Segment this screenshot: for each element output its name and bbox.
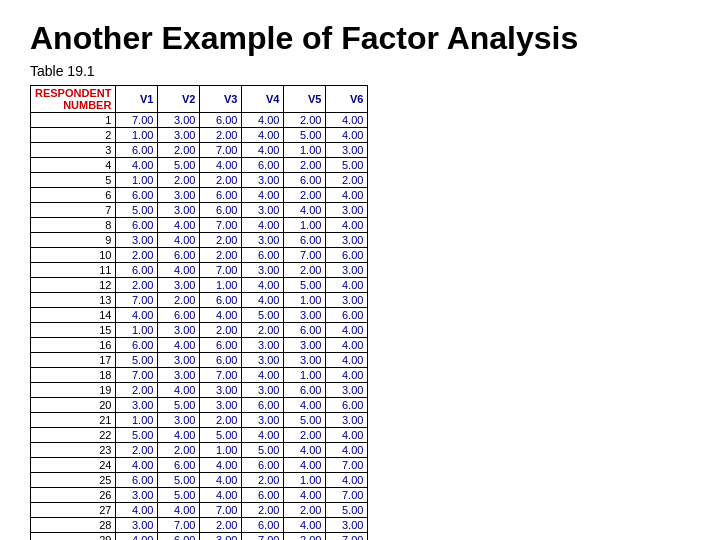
cell-respondent: 19: [31, 383, 116, 398]
table-row: 175.003.006.003.003.004.00: [31, 353, 368, 368]
cell-respondent: 15: [31, 323, 116, 338]
cell-v2: 3.00: [158, 323, 200, 338]
table-row: 256.005.004.002.001.004.00: [31, 473, 368, 488]
cell-v4: 3.00: [242, 233, 284, 248]
cell-v6: 4.00: [326, 113, 368, 128]
cell-v4: 7.00: [242, 533, 284, 541]
cell-respondent: 27: [31, 503, 116, 518]
cell-v2: 2.00: [158, 173, 200, 188]
table-row: 211.003.002.003.005.003.00: [31, 413, 368, 428]
cell-v5: 5.00: [284, 278, 326, 293]
cell-v2: 4.00: [158, 428, 200, 443]
cell-v5: 4.00: [284, 203, 326, 218]
cell-v6: 4.00: [326, 188, 368, 203]
cell-v2: 3.00: [158, 113, 200, 128]
cell-v3: 6.00: [200, 188, 242, 203]
cell-v5: 2.00: [284, 533, 326, 541]
cell-v2: 4.00: [158, 503, 200, 518]
cell-respondent: 6: [31, 188, 116, 203]
cell-v4: 4.00: [242, 143, 284, 158]
cell-v4: 4.00: [242, 428, 284, 443]
cell-respondent: 7: [31, 203, 116, 218]
cell-v5: 4.00: [284, 443, 326, 458]
cell-respondent: 9: [31, 233, 116, 248]
table-header-row: RESPONDENTNUMBER V1 V2 V3 V4 V5 V6: [31, 86, 368, 113]
cell-v3: 7.00: [200, 263, 242, 278]
cell-v4: 3.00: [242, 203, 284, 218]
cell-v4: 4.00: [242, 128, 284, 143]
cell-v2: 6.00: [158, 308, 200, 323]
table-row: 225.004.005.004.002.004.00: [31, 428, 368, 443]
cell-v5: 1.00: [284, 218, 326, 233]
cell-respondent: 11: [31, 263, 116, 278]
table-row: 66.003.006.004.002.004.00: [31, 188, 368, 203]
table-row: 44.005.004.006.002.005.00: [31, 158, 368, 173]
cell-v3: 3.00: [200, 533, 242, 541]
header-v1: V1: [116, 86, 158, 113]
cell-v2: 5.00: [158, 488, 200, 503]
cell-respondent: 26: [31, 488, 116, 503]
cell-respondent: 8: [31, 218, 116, 233]
cell-v3: 1.00: [200, 443, 242, 458]
cell-v6: 4.00: [326, 443, 368, 458]
cell-v6: 7.00: [326, 488, 368, 503]
table-row: 36.002.007.004.001.003.00: [31, 143, 368, 158]
table-row: 17.003.006.004.002.004.00: [31, 113, 368, 128]
cell-v3: 4.00: [200, 488, 242, 503]
cell-v1: 6.00: [116, 338, 158, 353]
cell-v1: 2.00: [116, 248, 158, 263]
cell-v5: 4.00: [284, 398, 326, 413]
page: Another Example of Factor Analysis Table…: [0, 0, 720, 540]
table-row: 294.006.003.007.002.007.00: [31, 533, 368, 541]
cell-respondent: 25: [31, 473, 116, 488]
cell-respondent: 18: [31, 368, 116, 383]
cell-v1: 7.00: [116, 293, 158, 308]
cell-v1: 4.00: [116, 503, 158, 518]
cell-respondent: 29: [31, 533, 116, 541]
cell-v4: 4.00: [242, 278, 284, 293]
cell-v5: 4.00: [284, 458, 326, 473]
cell-respondent: 1: [31, 113, 116, 128]
table-row: 192.004.003.003.006.003.00: [31, 383, 368, 398]
cell-v3: 4.00: [200, 158, 242, 173]
cell-v2: 6.00: [158, 248, 200, 263]
cell-v3: 4.00: [200, 458, 242, 473]
cell-v4: 6.00: [242, 248, 284, 263]
cell-v6: 7.00: [326, 458, 368, 473]
cell-v6: 4.00: [326, 368, 368, 383]
cell-v4: 2.00: [242, 503, 284, 518]
cell-v5: 2.00: [284, 158, 326, 173]
cell-v1: 6.00: [116, 143, 158, 158]
table-row: 283.007.002.006.004.003.00: [31, 518, 368, 533]
cell-v1: 4.00: [116, 533, 158, 541]
table-row: 274.004.007.002.002.005.00: [31, 503, 368, 518]
cell-v1: 6.00: [116, 263, 158, 278]
cell-v3: 6.00: [200, 338, 242, 353]
cell-v5: 2.00: [284, 428, 326, 443]
table-row: 144.006.004.005.003.006.00: [31, 308, 368, 323]
table-row: 166.004.006.003.003.004.00: [31, 338, 368, 353]
header-respondent: RESPONDENTNUMBER: [31, 86, 116, 113]
data-table: RESPONDENTNUMBER V1 V2 V3 V4 V5 V6 17.00…: [30, 85, 368, 540]
cell-v4: 6.00: [242, 398, 284, 413]
cell-v6: 7.00: [326, 533, 368, 541]
table-row: 232.002.001.005.004.004.00: [31, 443, 368, 458]
cell-v5: 6.00: [284, 383, 326, 398]
cell-v3: 1.00: [200, 278, 242, 293]
cell-v5: 1.00: [284, 293, 326, 308]
cell-v5: 3.00: [284, 308, 326, 323]
page-title: Another Example of Factor Analysis: [30, 20, 690, 57]
cell-v3: 6.00: [200, 113, 242, 128]
cell-v1: 1.00: [116, 173, 158, 188]
cell-v4: 2.00: [242, 473, 284, 488]
cell-v6: 3.00: [326, 293, 368, 308]
cell-v6: 4.00: [326, 128, 368, 143]
cell-v4: 6.00: [242, 488, 284, 503]
cell-v2: 4.00: [158, 383, 200, 398]
cell-v6: 3.00: [326, 518, 368, 533]
cell-v3: 3.00: [200, 398, 242, 413]
cell-v4: 4.00: [242, 113, 284, 128]
cell-v2: 2.00: [158, 293, 200, 308]
cell-respondent: 21: [31, 413, 116, 428]
cell-v5: 1.00: [284, 368, 326, 383]
